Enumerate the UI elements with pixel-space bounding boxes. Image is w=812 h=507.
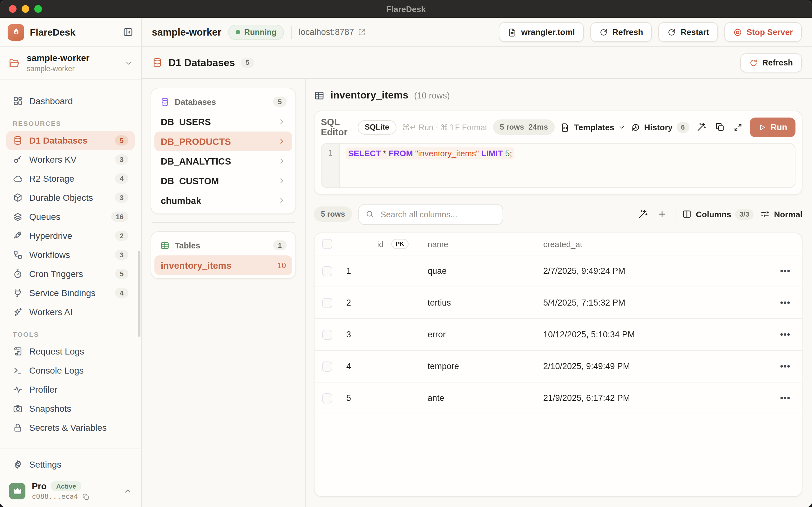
sidebar-item-dashboard[interactable]: Dashboard — [6, 92, 135, 111]
sidebar-item-snapshots[interactable]: Snapshots — [6, 399, 135, 418]
table-row[interactable]: 5ante21/9/2025, 6:17:42 PM••• — [314, 383, 802, 414]
database-item-chumbak[interactable]: chumbak — [155, 190, 292, 210]
copy-icon[interactable] — [82, 493, 90, 500]
row-checkbox[interactable] — [322, 393, 332, 403]
table-item-inventory-items[interactable]: inventory_items10 — [155, 256, 292, 275]
chevron-down-icon — [618, 124, 625, 130]
sidebar-item-label: Queues — [29, 212, 105, 222]
table-title-row: inventory_items (10 rows) — [314, 86, 803, 105]
row-checkbox[interactable] — [322, 298, 332, 308]
sidebar-collapse-button[interactable] — [123, 27, 133, 38]
column-header-name[interactable]: name — [411, 239, 527, 249]
sidebar-item-cron-triggers[interactable]: Cron Triggers5 — [6, 264, 135, 283]
sidebar-item-profiler[interactable]: Profiler — [6, 380, 135, 399]
select-all-checkbox[interactable] — [322, 239, 332, 249]
database-name: DB_ANALYTICS — [161, 156, 273, 166]
database-name: DB_PRODUCTS — [161, 136, 273, 147]
row-checkbox[interactable] — [322, 329, 332, 340]
sidebar-item-secrets-variables[interactable]: Secrets & Variables — [6, 418, 135, 437]
sidebar-item-label: Cron Triggers — [29, 269, 109, 279]
database-item-db-custom[interactable]: DB_CUSTOM — [155, 171, 292, 190]
copy-query-button[interactable] — [713, 122, 726, 132]
sidebar-item-label: D1 Databases — [29, 135, 109, 146]
cell-created-at: 2/10/2025, 9:49:49 PM — [527, 361, 766, 371]
sidebar-item-d1-databases[interactable]: D1 Databases5 — [6, 131, 135, 150]
sidebar-item-service-bindings[interactable]: Service Bindings4 — [6, 283, 135, 302]
search-input[interactable] — [379, 209, 496, 220]
sidebar-item-queues[interactable]: Queues16 — [6, 207, 135, 226]
project-selector[interactable]: sample-worker sample-worker — [0, 47, 141, 80]
database-item-db-products[interactable]: DB_PRODUCTS — [155, 131, 292, 151]
database-icon — [152, 57, 163, 68]
table-row[interactable]: 2tertius5/4/2025, 7:15:32 PM••• — [314, 287, 802, 319]
row-actions-button[interactable]: ••• — [780, 396, 791, 400]
expand-editor-button[interactable] — [732, 122, 744, 132]
sidebar-item-hyperdrive[interactable]: Hyperdrive2 — [6, 226, 135, 245]
restart-button[interactable]: Restart — [658, 22, 718, 42]
cloud-icon — [13, 173, 23, 184]
table-row[interactable]: 1quae2/7/2025, 9:49:24 PM••• — [314, 256, 802, 287]
sidebar-footer: Settings Pro Active c088...eca4 — [0, 449, 141, 507]
sidebar-item-workers-kv[interactable]: Workers KV3 — [6, 150, 135, 169]
plan-card[interactable]: Pro Active c088...eca4 — [6, 476, 135, 502]
refresh-icon — [667, 27, 676, 37]
columns-button[interactable]: Columns 3/3 — [682, 209, 754, 220]
sidebar-item-label: R2 Storage — [29, 173, 109, 184]
file-icon — [508, 27, 517, 37]
density-button[interactable]: Normal — [760, 209, 803, 219]
sidebar-item-request-logs[interactable]: Request Logs — [6, 342, 135, 361]
sidebar-item-label: Console Logs — [29, 365, 128, 376]
sidebar-item-r2-storage[interactable]: R2 Storage4 — [6, 169, 135, 188]
history-button[interactable]: History 6 — [631, 122, 689, 132]
row-checkbox[interactable] — [322, 361, 332, 371]
row-actions-button[interactable]: ••• — [780, 333, 791, 336]
table-row[interactable]: 4tempore2/10/2025, 9:49:49 PM••• — [314, 351, 802, 383]
scroll-icon — [13, 346, 23, 356]
primary-key-badge: PK — [391, 239, 409, 249]
code-editor[interactable]: 1 SELECT * FROM "inventory_items" LIMIT … — [321, 143, 796, 188]
row-actions-button[interactable]: ••• — [780, 269, 791, 273]
refresh-button[interactable]: Refresh — [590, 22, 652, 42]
database-item-db-users[interactable]: DB_USERS — [155, 112, 292, 131]
chevron-right-icon — [278, 137, 286, 146]
camera-icon — [13, 403, 23, 413]
host-link[interactable]: localhost:8787 — [299, 27, 366, 37]
row-actions-button[interactable]: ••• — [780, 301, 791, 304]
project-subtitle: sample-worker — [27, 64, 118, 74]
databases-card: Databases 5 DB_USERSDB_PRODUCTSDB_ANALYT… — [151, 88, 296, 214]
cell-created-at: 5/4/2025, 7:15:32 PM — [527, 298, 766, 307]
templates-button[interactable]: Templates — [561, 122, 625, 132]
sidebar-scrollbar[interactable] — [138, 251, 140, 337]
count-badge: 4 — [115, 288, 128, 298]
database-item-db-analytics[interactable]: DB_ANALYTICS — [155, 151, 292, 171]
row-checkbox[interactable] — [322, 266, 332, 276]
count-badge: 5 — [115, 269, 128, 279]
magic-wand-button[interactable] — [695, 122, 708, 132]
gear-icon — [13, 459, 23, 469]
sidebar-item-workflows[interactable]: Workflows3 — [6, 245, 135, 264]
sidebar-item-label: Workers KV — [29, 154, 109, 165]
magic-fill-button[interactable] — [637, 209, 650, 219]
column-header-created-at[interactable]: created_at — [527, 239, 766, 249]
cell-name: error — [411, 330, 527, 339]
row-actions-button[interactable]: ••• — [780, 364, 791, 368]
refresh-databases-button[interactable]: Refresh — [740, 53, 802, 72]
window-title: FlareDesk — [0, 4, 812, 14]
explorer-panel: Databases 5 DB_USERSDB_PRODUCTSDB_ANALYT… — [142, 79, 306, 507]
sidebar-item-workers-ai[interactable]: Workers AI — [6, 302, 135, 322]
table-row[interactable]: 3error10/12/2025, 5:10:34 PM••• — [314, 319, 802, 351]
wrangler-toml-button[interactable]: wrangler.toml — [499, 22, 584, 42]
count-badge: 3 — [115, 192, 128, 203]
run-query-button[interactable]: Run — [750, 117, 796, 137]
stop-server-button[interactable]: Stop Server — [724, 22, 802, 42]
add-row-button[interactable] — [656, 209, 669, 219]
cell-id: 3 — [340, 330, 411, 339]
divider — [152, 222, 295, 223]
sidebar-item-console-logs[interactable]: Console Logs — [6, 361, 135, 380]
chevron-right-icon — [278, 118, 286, 126]
count-badge: 3 — [115, 154, 128, 165]
stop-icon — [733, 27, 742, 37]
sidebar-item-durable-objects[interactable]: Durable Objects3 — [6, 188, 135, 207]
column-header-id[interactable]: idPK — [340, 239, 411, 249]
sidebar-item-settings[interactable]: Settings — [6, 453, 135, 476]
